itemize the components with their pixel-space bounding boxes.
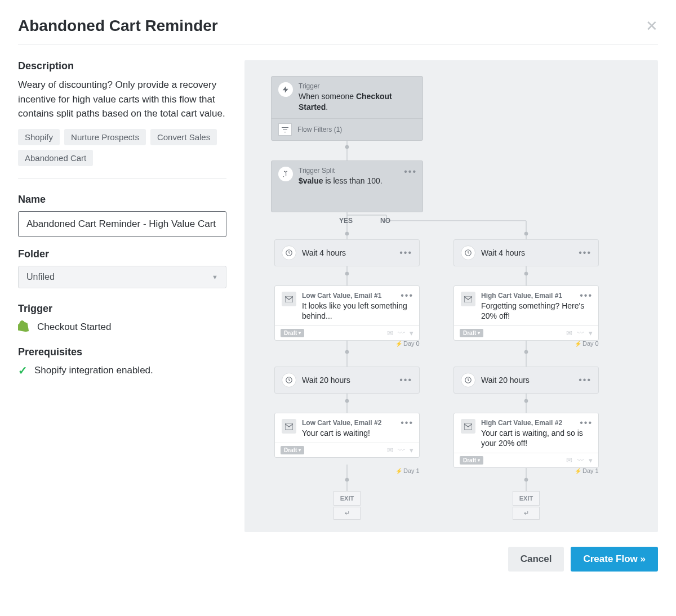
- email-message: Forgetting something? Here's 20% off!: [481, 301, 592, 321]
- wait-card[interactable]: Wait 20 hours •••: [453, 367, 599, 394]
- svg-point-18: [345, 478, 349, 481]
- status-badge[interactable]: Draft: [460, 456, 483, 465]
- bolt-icon: [278, 82, 293, 97]
- description-text: Weary of discounting? Only provide a rec…: [18, 78, 226, 121]
- analytics-icon[interactable]: 〰: [398, 329, 405, 337]
- svg-point-1: [345, 145, 349, 149]
- create-flow-button[interactable]: Create Flow »: [571, 547, 658, 572]
- trigger-split-card[interactable]: Trigger Split $value is less than 100. •…: [271, 160, 423, 212]
- ellipsis-icon[interactable]: •••: [579, 375, 592, 385]
- ellipsis-icon[interactable]: •••: [401, 291, 413, 301]
- svg-point-14: [345, 399, 349, 403]
- ellipsis-icon[interactable]: •••: [399, 375, 412, 385]
- tag[interactable]: Nurture Prospects: [64, 129, 146, 145]
- split-condition: $value is less than 100.: [299, 176, 383, 186]
- status-badge[interactable]: Draft: [281, 329, 304, 337]
- mail-icon: [461, 419, 475, 434]
- email-message: It looks like you left something behind.…: [302, 301, 412, 321]
- email-card[interactable]: Low Cart Value, Email #2 Your cart is wa…: [274, 413, 420, 458]
- analytics-icon[interactable]: 〰: [577, 456, 584, 465]
- analytics-icon[interactable]: 〰: [398, 446, 405, 454]
- mail-icon: [461, 292, 475, 306]
- wait-text: Wait 4 hours: [481, 248, 573, 257]
- ab-test-icon[interactable]: ✉: [387, 446, 393, 454]
- status-badge[interactable]: Draft: [460, 329, 483, 337]
- clock-icon: [461, 245, 475, 260]
- svg-rect-21: [282, 127, 288, 128]
- ellipsis-icon[interactable]: •••: [580, 291, 593, 301]
- name-heading: Name: [18, 194, 226, 206]
- email-label: High Cart Value, Email #2: [481, 419, 592, 427]
- modal-title: Abandoned Cart Reminder: [18, 17, 218, 35]
- folder-select[interactable]: Unfiled ▼: [18, 266, 226, 288]
- svg-point-3: [345, 232, 349, 235]
- svg-point-6: [345, 272, 349, 275]
- tag[interactable]: Shopify: [18, 129, 60, 145]
- email-card[interactable]: High Cart Value, Email #1 Forgetting som…: [453, 285, 599, 341]
- wait-card[interactable]: Wait 20 hours •••: [274, 367, 420, 394]
- email-label: Low Cart Value, Email #1: [302, 292, 412, 300]
- trigger-card[interactable]: Trigger When someone Checkout Started. F…: [271, 76, 423, 141]
- funnel-icon[interactable]: ▾: [410, 446, 413, 454]
- description-heading: Description: [18, 60, 226, 72]
- clock-icon: [282, 245, 296, 260]
- svg-point-8: [524, 272, 528, 275]
- trigger-label: Trigger: [299, 82, 416, 90]
- folder-value: Unfiled: [26, 272, 55, 282]
- return-box[interactable]: ↵: [333, 507, 361, 520]
- email-card[interactable]: High Cart Value, Email #2 Your cart is w…: [453, 413, 599, 468]
- clock-icon: [282, 373, 296, 387]
- wait-card[interactable]: Wait 4 hours •••: [453, 239, 599, 266]
- ellipsis-icon[interactable]: •••: [404, 167, 417, 177]
- svg-point-4: [524, 232, 528, 235]
- flow-filters-label: Flow Filters (1): [297, 126, 342, 133]
- trigger-heading: Trigger: [18, 303, 226, 315]
- shopify-icon: [18, 320, 30, 334]
- svg-point-10: [345, 350, 349, 354]
- svg-rect-22: [283, 130, 287, 130]
- wait-text: Wait 4 hours: [302, 248, 394, 257]
- tag[interactable]: Convert Sales: [150, 129, 217, 145]
- folder-heading: Folder: [18, 248, 226, 260]
- svg-rect-23: [284, 132, 286, 132]
- ab-test-icon[interactable]: ✉: [566, 456, 572, 465]
- wait-card[interactable]: Wait 4 hours •••: [274, 239, 420, 266]
- trigger-text: Checkout Started: [37, 322, 111, 333]
- prerequisites-heading: Prerequisites: [18, 346, 226, 358]
- trigger-text: When someone Checkout Started.: [299, 91, 416, 113]
- filter-icon: [278, 123, 292, 136]
- analytics-icon[interactable]: 〰: [577, 329, 584, 337]
- wait-text: Wait 20 hours: [481, 376, 573, 385]
- branch-no-label: NO: [380, 217, 390, 225]
- exit-box: EXIT: [513, 491, 540, 506]
- status-badge[interactable]: Draft: [281, 446, 304, 454]
- funnel-icon[interactable]: ▾: [410, 329, 413, 337]
- funnel-icon[interactable]: ▾: [589, 456, 593, 465]
- ellipsis-icon[interactable]: •••: [401, 418, 413, 428]
- prerequisite-text: Shopify integration enabled.: [34, 365, 153, 376]
- tag[interactable]: Abandoned Cart: [18, 150, 93, 166]
- cancel-button[interactable]: Cancel: [508, 547, 564, 572]
- ellipsis-icon[interactable]: •••: [399, 248, 412, 258]
- split-label: Trigger Split: [299, 167, 383, 175]
- close-icon[interactable]: ✕: [646, 19, 658, 33]
- return-box[interactable]: ↵: [513, 507, 540, 520]
- email-message: Your cart is waiting!: [302, 428, 381, 438]
- branch-yes-label: YES: [339, 217, 353, 225]
- day-label: Day 0: [575, 340, 599, 347]
- email-label: Low Cart Value, Email #2: [302, 419, 381, 427]
- email-label: High Cart Value, Email #1: [481, 292, 592, 300]
- day-label: Day 1: [395, 467, 420, 474]
- email-card[interactable]: Low Cart Value, Email #1 It looks like y…: [274, 285, 420, 341]
- email-message: Your cart is waiting, and so is your 20%…: [481, 428, 592, 448]
- name-input[interactable]: [18, 211, 226, 237]
- ellipsis-icon[interactable]: •••: [580, 418, 593, 428]
- funnel-icon[interactable]: ▾: [589, 329, 593, 337]
- mail-icon: [282, 292, 296, 306]
- svg-point-16: [524, 399, 528, 403]
- ellipsis-icon[interactable]: •••: [579, 248, 592, 258]
- ab-test-icon[interactable]: ✉: [566, 329, 572, 337]
- flow-canvas: Trigger When someone Checkout Started. F…: [244, 60, 658, 532]
- split-icon: [278, 167, 293, 181]
- ab-test-icon[interactable]: ✉: [387, 329, 393, 337]
